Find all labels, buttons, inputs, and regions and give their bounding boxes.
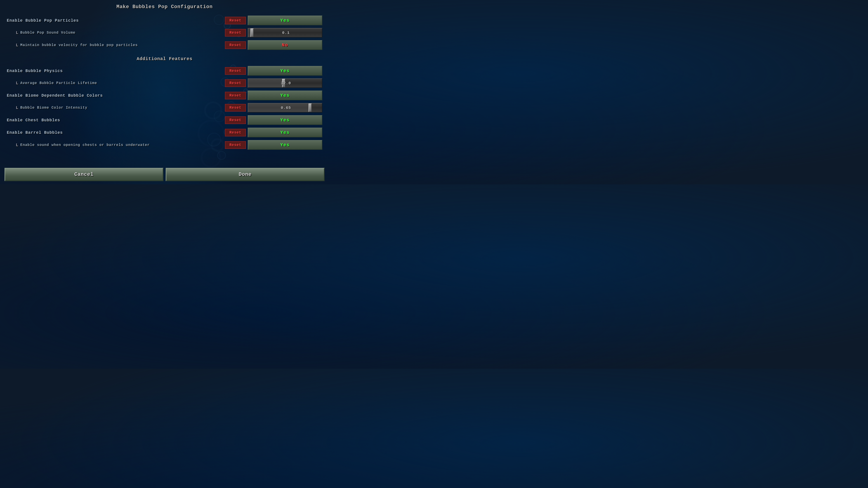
sub-arrow-5: L — [16, 143, 19, 147]
value-enable-sound-chests-barrels[interactable]: Yes — [248, 140, 322, 150]
row-bubble-biome-color-intensity: L Bubble Biome Color Intensity Reset 0.6… — [4, 102, 324, 114]
label-avg-bubble-particle-lifetime: Average Bubble Particle Lifetime — [20, 81, 225, 85]
reset-enable-bubble-physics[interactable]: Reset — [225, 67, 246, 75]
row-enable-bubble-pop-particles: Enable Bubble Pop Particles Reset Yes — [4, 14, 324, 27]
label-maintain-bubble-velocity: Maintain bubble velocity for bubble pop … — [20, 43, 225, 47]
reset-enable-sound-chests-barrels[interactable]: Reset — [225, 141, 246, 149]
label-enable-chest-bubbles: Enable Chest Bubbles — [7, 118, 225, 123]
label-enable-sound-chests-barrels: Enable sound when opening chests or barr… — [20, 143, 225, 147]
section-header-additional: Additional Features — [4, 51, 324, 65]
reset-enable-biome-dependent-bubble-colors[interactable]: Reset — [225, 92, 246, 99]
label-enable-barrel-bubbles: Enable Barrel Bubbles — [7, 130, 225, 135]
slider-fill-2 — [248, 79, 285, 88]
reset-maintain-bubble-velocity[interactable]: Reset — [225, 41, 246, 49]
row-avg-bubble-particle-lifetime: L Average Bubble Particle Lifetime Reset… — [4, 77, 324, 89]
value-enable-bubble-pop-particles[interactable]: Yes — [248, 15, 322, 25]
value-enable-chest-bubbles[interactable]: Yes — [248, 115, 322, 125]
slider-track-3 — [248, 103, 322, 112]
bottom-bar: Cancel Done — [0, 165, 329, 184]
row-enable-barrel-bubbles: Enable Barrel Bubbles Reset Yes — [4, 126, 324, 139]
controls-maintain-bubble-velocity: Reset No — [225, 40, 322, 50]
reset-avg-bubble-particle-lifetime[interactable]: Reset — [225, 79, 246, 87]
value-enable-biome-dependent-bubble-colors[interactable]: Yes — [248, 91, 322, 100]
slider-track-2 — [248, 79, 322, 88]
value-enable-barrel-bubbles[interactable]: Yes — [248, 128, 322, 137]
reset-bubble-biome-color-intensity[interactable]: Reset — [225, 104, 246, 111]
controls-bubble-biome-color-intensity: Reset 0.65 — [225, 103, 322, 112]
label-enable-bubble-pop-particles: Enable Bubble Pop Particles — [7, 18, 225, 23]
row-bubble-pop-sound-volume: L Bubble Pop Sound Volume Reset 0.1 — [4, 27, 324, 39]
row-enable-chest-bubbles: Enable Chest Bubbles Reset Yes — [4, 114, 324, 126]
slider-fill-1 — [248, 29, 250, 37]
slider-thumb-2[interactable] — [282, 79, 285, 88]
value-maintain-bubble-velocity[interactable]: No — [248, 40, 322, 50]
label-bubble-biome-color-intensity: Bubble Biome Color Intensity — [20, 106, 225, 110]
slider-avg-bubble-particle-lifetime[interactable]: 32.0 — [248, 78, 322, 88]
sub-arrow-3: L — [16, 81, 19, 86]
slider-track-1 — [248, 29, 322, 37]
sub-arrow-1: L — [16, 31, 19, 35]
sub-arrow-4: L — [16, 105, 19, 110]
sub-arrow-2: L — [16, 43, 19, 47]
reset-enable-barrel-bubbles[interactable]: Reset — [225, 129, 246, 136]
config-container: Enable Bubble Pop Particles Reset Yes L … — [0, 14, 329, 151]
slider-thumb-3[interactable] — [309, 103, 312, 112]
slider-bubble-biome-color-intensity[interactable]: 0.65 — [248, 103, 322, 112]
done-button[interactable]: Done — [166, 168, 324, 181]
slider-bubble-pop-sound-volume[interactable]: 0.1 — [248, 28, 322, 37]
row-enable-biome-dependent-bubble-colors: Enable Biome Dependent Bubble Colors Res… — [4, 89, 324, 102]
label-enable-bubble-physics: Enable Bubble Physics — [7, 69, 225, 73]
controls-avg-bubble-particle-lifetime: Reset 32.0 — [225, 78, 322, 88]
controls-enable-biome-dependent-bubble-colors: Reset Yes — [225, 91, 322, 100]
row-enable-bubble-physics: Enable Bubble Physics Reset Yes — [4, 65, 324, 77]
row-maintain-bubble-velocity: L Maintain bubble velocity for bubble po… — [4, 39, 324, 51]
controls-enable-sound-chests-barrels: Reset Yes — [225, 140, 322, 150]
slider-thumb-1[interactable] — [250, 29, 254, 37]
value-enable-bubble-physics[interactable]: Yes — [248, 66, 322, 76]
controls-enable-bubble-physics: Reset Yes — [225, 66, 322, 76]
controls-enable-chest-bubbles: Reset Yes — [225, 115, 322, 125]
page-title: Make Bubbles Pop Configuration — [0, 0, 329, 14]
controls-enable-barrel-bubbles: Reset Yes — [225, 128, 322, 137]
controls-bubble-pop-sound-volume: Reset 0.1 — [225, 28, 322, 37]
reset-enable-bubble-pop-particles[interactable]: Reset — [225, 17, 246, 24]
controls-enable-bubble-pop-particles: Reset Yes — [225, 15, 322, 25]
reset-bubble-pop-sound-volume[interactable]: Reset — [225, 29, 246, 37]
slider-fill-3 — [248, 103, 311, 112]
reset-enable-chest-bubbles[interactable]: Reset — [225, 116, 246, 124]
label-bubble-pop-sound-volume: Bubble Pop Sound Volume — [20, 31, 225, 35]
label-enable-biome-dependent-bubble-colors: Enable Biome Dependent Bubble Colors — [7, 93, 225, 98]
cancel-button[interactable]: Cancel — [4, 168, 163, 181]
row-enable-sound-chests-barrels: L Enable sound when opening chests or ba… — [4, 139, 324, 151]
